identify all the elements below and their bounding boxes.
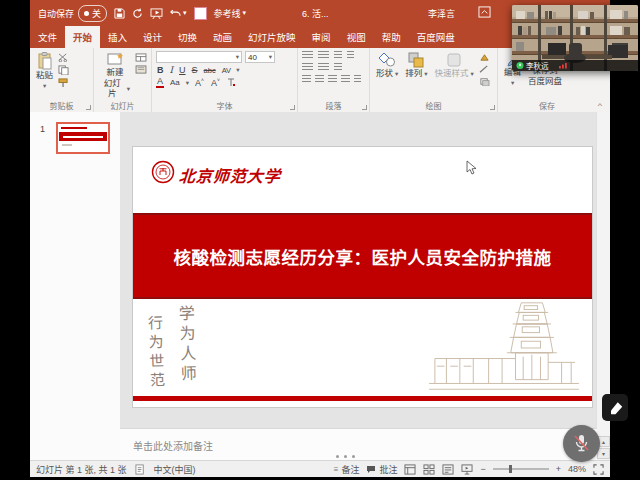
- new-slide-button[interactable]: 新建 幻灯片▾: [98, 51, 132, 99]
- autosave-toggle[interactable]: 自动保存 关: [38, 5, 107, 22]
- microphone-muted-icon: [573, 434, 590, 453]
- tab-design[interactable]: 设计: [135, 26, 170, 48]
- guides-label: 参考线: [214, 7, 241, 20]
- guides-dropdown-icon: ▾: [243, 9, 247, 17]
- tab-slideshow[interactable]: 幻灯片放映: [240, 26, 304, 48]
- smartart-convert-icon[interactable]: [354, 75, 361, 84]
- thumb-motto-mark: [62, 144, 72, 146]
- language-indicator[interactable]: 中文(中国): [154, 463, 196, 476]
- change-case-button[interactable]: Aa: [169, 78, 181, 87]
- columns-icon[interactable]: [334, 63, 342, 72]
- align-right-icon[interactable]: [328, 75, 337, 84]
- zoom-slider-handle[interactable]: [509, 465, 512, 473]
- bold-button[interactable]: B: [156, 65, 165, 75]
- comments-toggle-button[interactable]: 批注: [366, 463, 397, 476]
- shape-outline-icon[interactable]: [479, 65, 490, 74]
- shapes-button[interactable]: 形状▾: [374, 51, 400, 80]
- character-spacing-dropdown-icon[interactable]: ▾: [236, 66, 239, 74]
- notes-resize-handle[interactable]: [336, 455, 355, 458]
- thumb-logo-mark: [61, 127, 87, 129]
- guides-button[interactable]: 参考线 ▾: [214, 7, 247, 20]
- font-dialog-launcher-icon[interactable]: [290, 105, 295, 110]
- align-left-icon[interactable]: [302, 75, 311, 84]
- tab-review[interactable]: 审阅: [304, 26, 339, 48]
- slide-thumbnail[interactable]: [56, 122, 110, 154]
- save-icon[interactable]: [114, 8, 125, 19]
- slide-canvas[interactable]: 北京师范大学 核酸检测志愿经历分享：医护人员安全防护措施 行为世范 学为人师: [133, 147, 592, 407]
- numbering-icon[interactable]: [318, 51, 329, 60]
- tab-insert[interactable]: 插入: [100, 26, 135, 48]
- cut-icon[interactable]: [58, 53, 69, 62]
- format-painter-icon[interactable]: [58, 78, 69, 88]
- reset-slide-icon[interactable]: [135, 65, 147, 74]
- align-center-icon[interactable]: [315, 75, 324, 84]
- reading-view-icon[interactable]: [442, 464, 454, 475]
- tab-animations[interactable]: 动画: [205, 26, 240, 48]
- shape-fill-icon[interactable]: [479, 53, 490, 62]
- font-color-button[interactable]: A: [156, 77, 164, 88]
- zoom-percentage[interactable]: 48%: [568, 464, 586, 474]
- comments-toggle-label: 批注: [379, 463, 397, 476]
- tab-transitions[interactable]: 切换: [170, 26, 205, 48]
- autosave-switch[interactable]: 关: [78, 5, 107, 22]
- shape-effects-icon[interactable]: [479, 77, 490, 86]
- university-seal-icon: [151, 160, 175, 184]
- notes-pane[interactable]: 单击此处添加备注: [120, 428, 597, 461]
- redo-icon[interactable]: [132, 8, 143, 19]
- layout-icon[interactable]: [135, 53, 147, 62]
- justify-icon[interactable]: [341, 75, 350, 84]
- zoom-slider[interactable]: [493, 468, 549, 470]
- title-band[interactable]: 核酸检测志愿经历分享：医护人员安全防护措施: [133, 213, 592, 299]
- accessibility-icon[interactable]: [135, 464, 146, 475]
- tab-file[interactable]: 文件: [30, 26, 65, 48]
- bullets-icon[interactable]: [302, 51, 313, 60]
- line-spacing-icon[interactable]: [334, 51, 342, 60]
- decrease-indent-icon[interactable]: [302, 63, 313, 72]
- undo-dropdown-icon[interactable]: ▾: [183, 9, 187, 17]
- underline-button[interactable]: U: [178, 65, 187, 75]
- slide-sorter-view-icon[interactable]: [423, 464, 435, 475]
- start-slideshow-icon[interactable]: [150, 8, 163, 19]
- grow-font-button[interactable]: A˄: [194, 77, 205, 88]
- slide-editor-area[interactable]: 北京师范大学 核酸检测志愿经历分享：医护人员安全防护措施 行为世范 学为人师: [120, 112, 597, 428]
- tab-view[interactable]: 视图: [339, 26, 374, 48]
- motto-left-column: 行为世范: [144, 315, 168, 392]
- arrange-button[interactable]: 排列▾: [403, 51, 429, 80]
- microphone-muted-button[interactable]: [563, 425, 600, 462]
- tab-baidu-netdisk[interactable]: 百度网盘: [409, 26, 463, 48]
- arrange-icon: [408, 52, 424, 68]
- drawing-dialog-launcher-icon[interactable]: [490, 105, 495, 110]
- italic-button[interactable]: I: [169, 65, 175, 75]
- zoom-in-button[interactable]: +: [556, 464, 561, 474]
- paste-icon: [37, 52, 53, 70]
- ribbon-display-options-icon[interactable]: [478, 6, 491, 18]
- font-size-select[interactable]: 40▾: [245, 51, 275, 63]
- collapse-ribbon-button[interactable]: ^: [598, 103, 602, 110]
- text-direction-icon[interactable]: [347, 51, 354, 60]
- annotation-tool-button[interactable]: [602, 394, 628, 421]
- university-name: 北京师范大学: [178, 163, 282, 187]
- text-shadow-button[interactable]: abc: [203, 66, 217, 75]
- quick-styles-button[interactable]: 快速样式▾: [433, 51, 476, 80]
- copy-icon[interactable]: [58, 65, 69, 75]
- undo-icon[interactable]: ▾: [170, 8, 187, 18]
- white-square-swatch-icon[interactable]: [194, 7, 207, 20]
- zoom-out-button[interactable]: −: [480, 464, 485, 474]
- normal-view-icon[interactable]: [404, 464, 416, 475]
- video-call-window[interactable]: 李秋远: [512, 5, 638, 71]
- clipboard-dialog-launcher-icon[interactable]: [86, 105, 91, 110]
- tab-home[interactable]: 开始: [65, 26, 100, 48]
- character-spacing-button[interactable]: AV: [221, 66, 232, 75]
- font-name-select[interactable]: ▾: [156, 51, 242, 63]
- change-case-dropdown-icon[interactable]: ▾: [186, 79, 189, 87]
- notes-toggle-button[interactable]: ≡ 备注: [334, 463, 360, 476]
- clear-formatting-icon[interactable]: [226, 78, 236, 87]
- increase-indent-icon[interactable]: [318, 63, 329, 72]
- paragraph-dialog-launcher-icon[interactable]: [362, 105, 367, 110]
- tab-help[interactable]: 帮助: [374, 26, 409, 48]
- slideshow-view-icon[interactable]: [461, 464, 473, 475]
- strikethrough-button[interactable]: S: [191, 65, 199, 75]
- fit-slide-to-window-icon[interactable]: [593, 464, 604, 475]
- paste-button[interactable]: 粘贴 ▾: [34, 51, 55, 90]
- shrink-font-button[interactable]: A˅: [210, 77, 221, 88]
